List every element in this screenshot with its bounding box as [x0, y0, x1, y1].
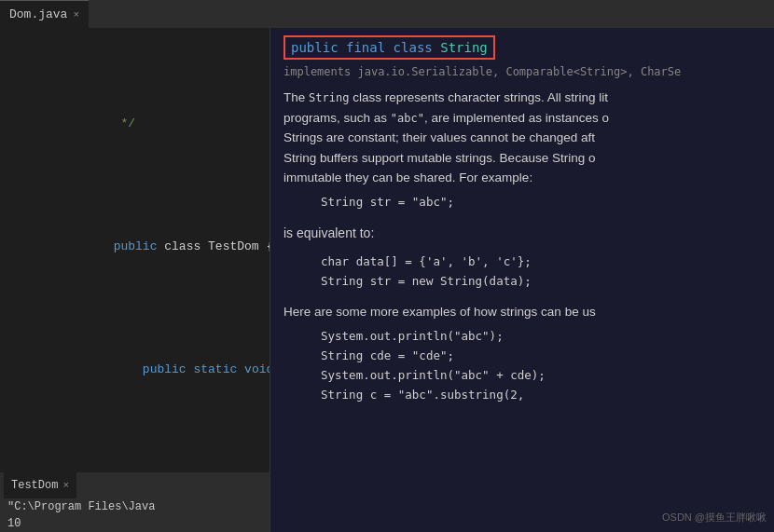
doc-panel: public final class String implements jav…: [270, 28, 774, 532]
code-area[interactable]: */ public class TestDom { public static …: [0, 28, 270, 532]
tab-label: Dom.java: [9, 7, 67, 21]
bottom-tab-testdom[interactable]: TestDom ×: [4, 472, 76, 498]
tab-close-icon[interactable]: ×: [73, 9, 79, 20]
bottom-tab-bar: TestDom ×: [0, 472, 270, 498]
doc-header-text: public final class String: [291, 40, 488, 55]
bottom-path: "C:\Program Files\Java: [0, 498, 270, 515]
bottom-tab-label: TestDom: [11, 479, 58, 492]
line-3: public static void m: [7, 339, 270, 401]
doc-equivalent: is equivalent to:: [283, 223, 761, 243]
code-line-2: public class TestDom {: [26, 216, 270, 278]
code-line-3: public static void m: [26, 339, 270, 401]
main-area: */ public class TestDom { public static …: [0, 28, 774, 532]
doc-code1-line1: String str = "abc";: [321, 195, 454, 209]
doc-code3-line4: String c = "abc".substring(2,: [321, 388, 524, 402]
tab-bar: Dom.java ×: [0, 0, 774, 28]
doc-implements: implements java.io.Serializable, Compara…: [283, 65, 761, 78]
code-line-1: */: [26, 93, 270, 155]
bottom-number: 10: [0, 515, 270, 532]
doc-code2-line1: char data[] = {'a', 'b', 'c'};: [321, 254, 532, 268]
doc-code-block-3: System.out.println("abc"); String cde = …: [283, 322, 761, 409]
line-1: */: [7, 93, 270, 155]
doc-p1: The String class represents character st…: [283, 88, 761, 188]
line-2: public class TestDom {: [7, 216, 270, 278]
doc-code-block-2: char data[] = {'a', 'b', 'c'}; String st…: [283, 248, 761, 295]
doc-body: The String class represents character st…: [283, 88, 761, 409]
editor-content: */ public class TestDom { public static …: [0, 28, 270, 532]
bottom-tab-close[interactable]: ×: [62, 480, 69, 491]
editor-bottom: TestDom × "C:\Program Files\Java 10: [0, 472, 270, 532]
doc-header-box: public final class String: [283, 35, 495, 60]
doc-section-title: Here are some more examples of how strin…: [283, 302, 761, 322]
watermark: OSDN @摸鱼王胖啾啾: [662, 511, 767, 525]
tab-dom-java[interactable]: Dom.java ×: [0, 0, 89, 28]
doc-code2-line2: String str = new String(data);: [321, 274, 532, 288]
doc-code-block-1: String str = "abc";: [283, 188, 761, 215]
doc-code3-line3: System.out.println("abc" + cde);: [321, 368, 546, 382]
doc-code3-line2: String cde = "cde";: [321, 348, 454, 362]
editor-panel: */ public class TestDom { public static …: [0, 28, 270, 532]
doc-code3-line1: System.out.println("abc");: [321, 329, 504, 343]
